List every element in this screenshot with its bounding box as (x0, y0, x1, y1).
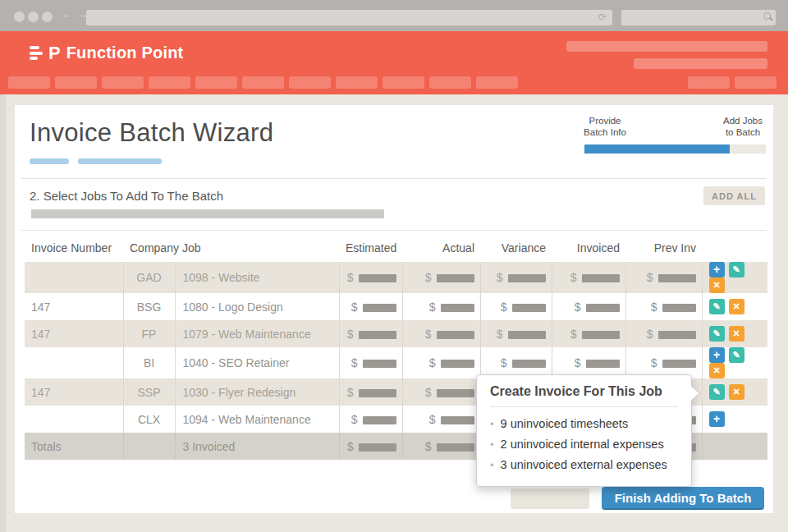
cell-company: BI (123, 347, 175, 378)
amount-placeholder-bar (437, 331, 474, 339)
bullet-icon: • (490, 459, 494, 471)
secondary-button-placeholder[interactable] (511, 488, 589, 509)
nav-item-placeholder[interactable] (289, 76, 331, 89)
cell-amount-placeholder: $ (552, 262, 625, 293)
add-all-button[interactable]: ADD ALL (703, 186, 765, 205)
amount-placeholder-bar (363, 304, 396, 312)
col-variance: Variance (480, 241, 552, 262)
address-bar[interactable]: ⟳ (86, 10, 612, 25)
edit-invoice-button[interactable]: ✎ (709, 326, 725, 342)
amount-placeholder-bar (363, 360, 396, 368)
amount-placeholder-bar (582, 331, 620, 339)
add-job-button[interactable]: + (709, 262, 725, 277)
totals-invoiced-summary: 3 Invoiced (175, 433, 339, 460)
cell-job: 1079 - Web Maintenance (175, 320, 339, 347)
window-dot (28, 11, 39, 22)
step-add-jobs-to-batch: Add Jobs to Batch (698, 115, 788, 139)
nav-item-placeholder[interactable] (476, 76, 518, 89)
totals-estimated: $ (339, 433, 402, 460)
edit-invoice-button[interactable]: ✎ (709, 384, 725, 400)
amount-placeholder-bar (512, 360, 546, 368)
nav-item-placeholder[interactable] (195, 76, 237, 89)
add-job-button[interactable]: + (709, 347, 725, 363)
window-controls (14, 11, 53, 22)
nav-item-placeholder[interactable] (149, 76, 190, 89)
select-jobs-section: 2. Select Jobs To Add To The Batch ADD A… (15, 179, 773, 230)
function-point-logo[interactable]: P Function Point (30, 44, 183, 62)
breadcrumb-placeholder (30, 158, 69, 164)
nav-item-placeholder[interactable] (336, 76, 378, 89)
col-actual: Actual (402, 241, 480, 262)
cell-amount-placeholder: $ (552, 293, 625, 320)
remove-job-button[interactable]: ✕ (729, 299, 744, 314)
cell-amount-placeholder: $ (339, 378, 402, 406)
back-icon[interactable]: ← (61, 7, 76, 21)
nav-item-placeholder[interactable] (429, 76, 471, 89)
cell-actions: ✎✕ (702, 378, 767, 406)
refresh-icon[interactable]: ⟳ (597, 11, 608, 23)
app-header: P Function Point (0, 31, 788, 94)
popover-item-text: 9 uninvoiced timesheets (501, 417, 629, 430)
add-job-button[interactable]: + (709, 411, 725, 427)
cell-invoice-number: 147 (25, 378, 123, 406)
popover-item: •9 uninvoiced timesheets (490, 414, 678, 434)
cell-amount-placeholder: $ (339, 320, 402, 347)
cell-invoice-number: 147 (25, 293, 123, 320)
nav-item-placeholder[interactable] (102, 76, 144, 89)
section-title: 2. Select Jobs To Add To The Batch (30, 189, 758, 203)
col-actions (702, 241, 767, 262)
step-provide-batch-info: Provide Batch Info (560, 115, 650, 139)
col-prev-inv: Prev Inv (625, 241, 702, 262)
cell-actions: +✎✕ (702, 262, 767, 293)
amount-placeholder-bar (441, 416, 474, 424)
cell-actions: + (702, 406, 767, 433)
cell-job: 1040 - SEO Retainer (175, 347, 339, 378)
edit-invoice-button[interactable]: ✎ (729, 262, 744, 277)
cell-job: 1030 - Flyer Redesign (175, 378, 339, 406)
remove-job-button[interactable]: ✕ (709, 363, 725, 378)
nav-item-placeholder[interactable] (55, 76, 97, 89)
edit-invoice-button[interactable]: ✎ (729, 347, 744, 363)
remove-job-button[interactable]: ✕ (729, 326, 744, 342)
breadcrumb-placeholder (78, 158, 162, 164)
cell-amount-placeholder: $ (339, 262, 402, 293)
step-label-line: Provide (560, 115, 650, 126)
nav-item-placeholder[interactable] (8, 76, 50, 89)
nav-item-placeholder[interactable] (242, 76, 284, 89)
finish-adding-to-batch-button[interactable]: Finish Adding To Batch (602, 487, 764, 510)
job-row: GAD1098 - Website$$$$$+✎✕ (25, 262, 767, 293)
amount-placeholder-bar (441, 304, 474, 312)
amount-placeholder-bar (437, 274, 474, 282)
remove-job-button[interactable]: ✕ (729, 384, 744, 400)
nav-item-placeholder[interactable] (735, 76, 777, 89)
job-row: 147BSG1080 - Logo Design$$$$$✎✕ (25, 293, 767, 320)
amount-placeholder-bar (508, 331, 546, 339)
cell-invoice-number (25, 262, 123, 293)
cell-amount-placeholder: $ (402, 320, 480, 347)
bullet-icon: • (490, 418, 494, 430)
remove-job-button[interactable]: ✕ (709, 277, 725, 293)
table-header-row: Invoice Number Company Job Estimated Act… (25, 241, 767, 262)
cell-company: FP (123, 320, 175, 347)
totals-label: Totals (25, 433, 123, 460)
browser-search-input[interactable] (621, 10, 776, 25)
popover-item-list: •9 uninvoiced timesheets •2 uninvoiced i… (490, 414, 678, 475)
edit-invoice-button[interactable]: ✎ (709, 299, 725, 314)
browser-chrome: ←→ ⟳ (0, 0, 788, 31)
progress-fill (584, 144, 730, 154)
popover-title: Create Invoice For This Job (490, 384, 678, 407)
cell-invoice-number (25, 347, 123, 378)
window-dot (42, 11, 53, 22)
bullet-icon: • (490, 438, 494, 451)
cell-invoice-number: 147 (25, 320, 123, 347)
cell-job: 1080 - Logo Design (175, 293, 339, 320)
cell-company: SSP (123, 378, 175, 406)
brand-name: Function Point (66, 44, 184, 62)
cell-amount-placeholder: $ (339, 406, 402, 433)
cell-actions: +✎✕ (702, 347, 767, 378)
nav-item-placeholder[interactable] (688, 76, 730, 89)
nav-item-placeholder[interactable] (383, 76, 424, 89)
create-invoice-popover: Create Invoice For This Job •9 uninvoice… (476, 374, 692, 487)
breadcrumb-placeholders (30, 158, 758, 164)
amount-placeholder-bar (662, 360, 696, 368)
